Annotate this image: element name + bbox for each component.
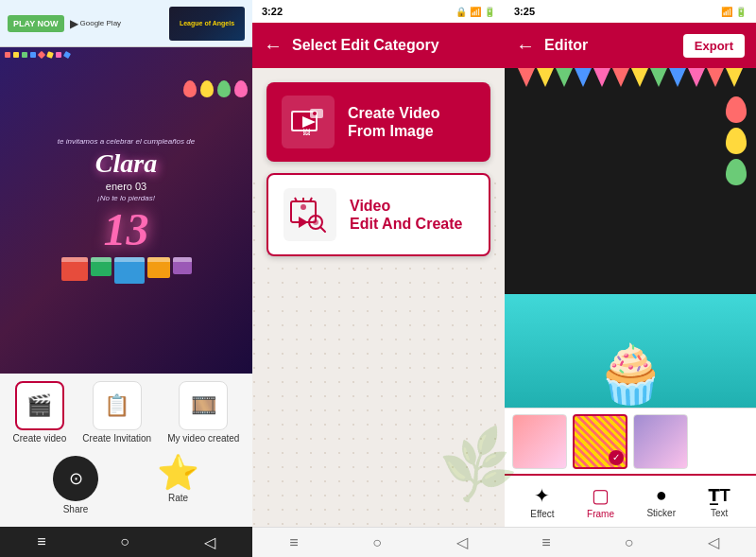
video-edit-card-subtitle: Edit And Create [350, 215, 462, 233]
svg-text:🖼: 🖼 [302, 129, 310, 137]
export-button[interactable]: Export [683, 34, 745, 58]
rate-label: Rate [168, 493, 188, 503]
create-video-card-text: Create Video From Image [348, 104, 440, 140]
birthday-date: enero 03 [106, 181, 146, 192]
svg-point-4 [313, 112, 317, 115]
cupcake-icon: 🧁 [595, 346, 666, 403]
birthday-number: 13 [104, 207, 149, 252]
balloon-decoration [183, 80, 248, 97]
nav-home-icon[interactable]: ○ [120, 533, 129, 550]
panel2-content: 🌿 🖼 Create Video From Image [252, 68, 505, 527]
panel3-header: ← Editor Export [505, 23, 756, 68]
frame-tool[interactable]: ▢ Frame [587, 484, 614, 519]
frame-icon: ▢ [592, 484, 610, 507]
panel3-navbar: ≡ ○ ◁ [505, 527, 756, 557]
text-label: Text [711, 508, 728, 518]
panel3-time: 3:25 [514, 6, 535, 17]
panel-select-category: 3:22 🔒 📶 🔋 ← Select Edit Category 🌿 🖼 [252, 0, 505, 557]
cupcake-decoration: 🧁 [505, 294, 756, 408]
share-item[interactable]: ⊙ Share [53, 456, 98, 514]
app-icons-row: 🎬 Create video 📋 Create Invitation 🎞️ My… [5, 381, 248, 444]
thumbnail-strip: ✓ [505, 408, 756, 474]
create-video-icon-box: 🎬 [15, 381, 64, 430]
text-tool[interactable]: T̲T Text [708, 485, 730, 518]
ad-game-image: League of Angels [169, 7, 245, 41]
nav-back-icon[interactable]: ◁ [204, 533, 215, 551]
lock-icon: 🔒 [455, 7, 467, 17]
editor-canvas[interactable]: 🧁 [505, 68, 756, 408]
nav3-back-icon[interactable]: ◁ [708, 533, 719, 551]
signal-icon: 📶 [470, 7, 481, 17]
birthday-subtitle: ¡No te lo pierdas! [97, 194, 155, 202]
create-video-card-title: Create Video [348, 104, 440, 122]
google-play-logo: ▶ Google Play [70, 17, 122, 30]
rate-item[interactable]: ⭐ Rate [157, 456, 199, 514]
play-now-button[interactable]: PLAY NOW [8, 15, 64, 32]
nav-menu-icon[interactable]: ≡ [37, 533, 45, 550]
bunting-decoration [505, 68, 756, 106]
sticker-tool[interactable]: ● Sticker [646, 484, 676, 518]
panel2-title: Select Edit Category [292, 37, 439, 54]
create-video-icon-item[interactable]: 🎬 Create video [13, 381, 67, 444]
birthday-invite-text: te invitamos a celebrar el cumpleaños de [58, 137, 195, 147]
svg-point-7 [301, 204, 306, 210]
thumbnail-item-2[interactable]: ✓ [573, 414, 627, 469]
svg-point-13 [313, 219, 318, 225]
panel3-signal-icon: 📶 [721, 7, 732, 17]
panel-editor: 3:25 📶 🔋 ← Editor Export [505, 0, 756, 557]
sticker-label: Sticker [646, 508, 676, 518]
my-video-icon-box: 🎞️ [179, 381, 228, 430]
share-label: Share [63, 504, 89, 514]
create-video-card[interactable]: 🖼 Create Video From Image [266, 82, 490, 162]
share-rate-row: ⊙ Share ⭐ Rate [5, 451, 248, 519]
thumbnail-item-3[interactable] [633, 414, 688, 469]
nav3-home-icon[interactable]: ○ [625, 534, 634, 551]
panel2-statusbar: 3:22 🔒 📶 🔋 [252, 0, 505, 23]
thumbnail-item-1[interactable] [512, 414, 567, 469]
share-circle-icon: ⊙ [53, 456, 98, 501]
nav2-back-icon[interactable]: ◁ [456, 533, 468, 551]
rate-star-icon: ⭐ [157, 456, 199, 490]
effect-label: Effect [530, 509, 554, 519]
panel2-time: 3:22 [262, 6, 283, 17]
nav2-menu-icon[interactable]: ≡ [289, 534, 298, 551]
create-video-card-subtitle: From Image [348, 122, 440, 140]
create-video-card-icon: 🖼 [282, 96, 335, 148]
video-edit-card[interactable]: Video Edit And Create [266, 173, 490, 256]
effect-tool[interactable]: ✦ Effect [530, 484, 554, 519]
panel3-back-button[interactable]: ← [516, 35, 535, 57]
create-invitation-icon-item[interactable]: 📋 Create Invitation [82, 381, 151, 444]
panel2-navbar: ≡ ○ ◁ [252, 527, 505, 557]
panel2-back-button[interactable]: ← [264, 35, 283, 57]
gift-decoration [61, 257, 192, 284]
video-edit-card-icon [284, 188, 336, 241]
thumbnail-check-icon: ✓ [609, 450, 624, 465]
panel2-status-icons: 🔒 📶 🔋 [455, 7, 495, 17]
my-video-icon-item[interactable]: 🎞️ My video created [167, 381, 239, 444]
bottom-controls: 🎬 Create video 📋 Create Invitation 🎞️ My… [0, 374, 252, 527]
create-invitation-label: Create Invitation [82, 433, 151, 444]
panel3-statusbar: 3:25 📶 🔋 [505, 0, 756, 23]
confetti-decoration [0, 47, 252, 76]
panel3-status-icons: 📶 🔋 [721, 7, 747, 17]
create-video-label: Create video [13, 433, 67, 444]
my-video-label: My video created [167, 433, 239, 444]
editor-toolbar: ✦ Effect ▢ Frame ● Sticker T̲T Text [505, 474, 756, 527]
scene-balloon-decoration [726, 96, 747, 185]
nav3-menu-icon[interactable]: ≡ [541, 534, 550, 551]
effect-icon: ✦ [534, 484, 550, 507]
nav2-home-icon[interactable]: ○ [372, 534, 382, 551]
create-invitation-icon-box: 📋 [93, 381, 142, 430]
birthday-card-preview: te invitamos a celebrar el cumpleaños de… [0, 47, 252, 374]
text-icon: T̲T [708, 485, 730, 506]
svg-line-14 [320, 227, 325, 232]
panel3-title: Editor [544, 37, 674, 54]
panel3-battery-icon: 🔋 [735, 7, 747, 17]
sticker-icon: ● [656, 484, 667, 506]
birthday-scene: 🧁 [505, 68, 756, 408]
birthday-name: Clara [95, 148, 157, 179]
frame-label: Frame [587, 509, 614, 519]
panel1-navbar: ≡ ○ ◁ [0, 527, 252, 557]
video-edit-card-title: Video [350, 197, 462, 215]
ad-banner[interactable]: PLAY NOW ▶ Google Play League of Angels [0, 0, 252, 47]
